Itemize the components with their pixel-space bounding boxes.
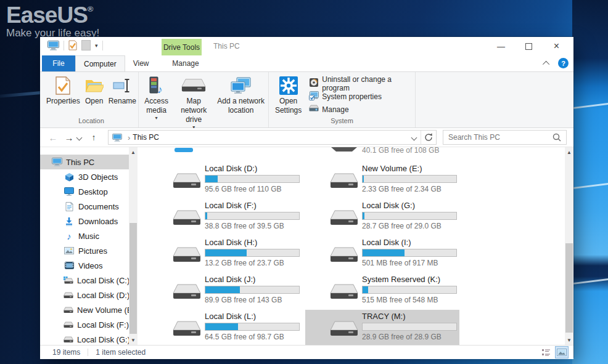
uninstall-disc-icon	[309, 78, 319, 89]
address-bar[interactable]: › This PC	[108, 130, 437, 145]
drive-tile-local-disk-l[interactable]: Local Disk (L:)64.5 GB free of 98.7 GB	[148, 310, 302, 345]
access-media-label: Access media	[141, 97, 171, 115]
recent-locations-dropdown-icon[interactable]	[77, 133, 86, 142]
refresh-icon[interactable]	[421, 133, 436, 142]
sidebar-item-this-pc[interactable]: This PC	[40, 155, 129, 169]
sidebar-item-downloads[interactable]: Downloads	[40, 214, 129, 229]
ribbon: Properties Open Rename Location ♪ Access…	[40, 72, 573, 128]
hard-drive-icon	[173, 320, 201, 340]
tab-file[interactable]: File	[42, 55, 75, 71]
sidebar-item-local-disk-c[interactable]: Local Disk (C:)	[40, 273, 129, 288]
customize-qat-dropdown-icon[interactable]: ▾	[95, 42, 98, 49]
drive-tile-tracy-m[interactable]: TRACY (M:)28.9 GB free of 28.9 GB	[305, 310, 459, 345]
sidebar-scrollbar-thumb[interactable]	[129, 223, 137, 334]
drive-free-space: 501 MB free of 917 MB	[362, 259, 438, 267]
sidebar-item-music[interactable]: ♪Music	[40, 229, 129, 243]
add-network-location-label: Add a network location	[216, 97, 266, 115]
sidebar-item-label: Pictures	[78, 246, 107, 256]
up-button[interactable]: ↑	[86, 132, 102, 142]
content-scrollbar-thumb[interactable]	[565, 243, 573, 333]
rename-button[interactable]: Rename	[106, 75, 139, 107]
drive-tile-new-volume-e[interactable]: New Volume (E:)2.33 GB free of 2.34 GB	[305, 162, 459, 199]
sidebar-item-pictures[interactable]: Pictures	[40, 243, 129, 258]
drive-tile-local-disk-g[interactable]: Local Disk (G:)28.7 GB free of 29.0 GB	[305, 199, 459, 236]
ribbon-group-network: ♪ Access media▾ Map network drive▾ Add a…	[139, 72, 269, 127]
scroll-up-icon[interactable]: ▲	[565, 147, 573, 157]
system-properties-label: System properties	[322, 92, 382, 101]
search-input[interactable]	[443, 133, 553, 142]
file-list-area[interactable]: 40.1 GB free of 108 GB Local Disk (D:)95…	[138, 147, 565, 345]
maximize-button[interactable]	[515, 37, 543, 55]
sidebar-scrollbar[interactable]: ▲ ▼	[129, 147, 138, 345]
sidebar-item-label: Videos	[78, 261, 103, 270]
drive-icon	[64, 307, 73, 313]
minimize-button[interactable]: —	[487, 37, 515, 55]
sidebar-item-desktop[interactable]: Desktop	[40, 184, 129, 199]
properties-button[interactable]: Properties	[44, 75, 83, 107]
thumbnail-view-button[interactable]	[555, 346, 569, 358]
content-scrollbar[interactable]: ▲ ▼	[565, 147, 573, 345]
drive-tile-local-disk-i[interactable]: Local Disk (I:)501 MB free of 917 MB	[305, 236, 459, 273]
svg-text:♪: ♪	[157, 84, 163, 95]
sidebar-item-videos[interactable]: Videos	[40, 258, 129, 273]
sidebar-item-label: 3D Objects	[78, 172, 118, 182]
sidebar-item-local-disk-d[interactable]: Local Disk (D:)	[40, 288, 129, 302]
forward-button[interactable]: →	[61, 132, 77, 143]
scroll-down-icon[interactable]: ▼	[565, 335, 573, 345]
tab-computer[interactable]: Computer	[75, 55, 125, 71]
drive-name: Local Disk (L:)	[205, 312, 256, 321]
drive-name: Local Disk (J:)	[205, 275, 255, 284]
sidebar-item-local-disk-f[interactable]: Local Disk (F:)	[40, 317, 129, 332]
tab-manage[interactable]: Manage	[165, 55, 205, 71]
map-network-drive-button[interactable]: Map network drive▾	[174, 75, 213, 132]
sidebar-item-documents[interactable]: Documents	[40, 199, 129, 214]
drive-capacity-bar	[362, 249, 457, 257]
drive-tools-contextual-tab[interactable]: Drive Tools	[162, 39, 202, 55]
scroll-up-icon[interactable]: ▲	[129, 147, 138, 157]
drive-free-space: 2.33 GB free of 2.34 GB	[362, 185, 442, 193]
hard-drive-icon	[173, 246, 201, 266]
help-button[interactable]: ?	[558, 58, 569, 68]
sidebar-item-new-volume-e[interactable]: New Volume (E:)	[40, 302, 129, 317]
access-media-button[interactable]: ♪ Access media▾	[139, 75, 174, 123]
document-icon	[64, 202, 75, 211]
quick-access-toolbar: ▾	[47, 40, 103, 51]
system-properties-button[interactable]: System properties	[309, 91, 415, 102]
sidebar-item-label: This PC	[66, 158, 94, 167]
hard-drive-icon	[330, 320, 358, 340]
drive-tile-local-disk-h[interactable]: Local Disk (H:)13.2 GB free of 23.7 GB	[148, 236, 302, 273]
sidebar-item-local-disk-g[interactable]: Local Disk (G:)	[40, 332, 129, 345]
properties-qat-icon[interactable]	[68, 40, 77, 51]
window-body: This PC3D ObjectsDesktopDocumentsDownloa…	[40, 147, 573, 345]
back-button[interactable]: ←	[45, 132, 61, 143]
tab-view[interactable]: View	[125, 55, 157, 71]
ribbon-tab-row: File Computer View Manage ?	[40, 55, 573, 72]
new-folder-qat-icon[interactable]	[81, 40, 91, 51]
search-box[interactable]	[443, 130, 567, 145]
drive-tile-local-disk-f[interactable]: Local Disk (F:)38.8 GB free of 39.5 GB	[148, 199, 302, 236]
drive-tile-system-reserved-k[interactable]: System Reserved (K:)515 MB free of 548 M…	[305, 273, 459, 310]
partial-videos-icon	[175, 148, 193, 152]
breadcrumb-this-pc[interactable]: This PC	[133, 133, 159, 142]
drive-tile-local-disk-j[interactable]: Local Disk (J:)89.9 GB free of 143 GB	[148, 273, 302, 310]
open-settings-button[interactable]: Open Settings	[271, 75, 305, 116]
hard-drive-icon	[330, 283, 358, 303]
window-controls: — ×	[487, 37, 570, 55]
group-label-location: Location	[44, 117, 138, 127]
address-dropdown-icon[interactable]	[407, 131, 421, 144]
this-pc-icon	[112, 134, 122, 142]
settings-gear-icon	[279, 76, 298, 95]
scroll-down-icon[interactable]: ▼	[129, 335, 138, 345]
manage-button[interactable]: Manage	[309, 104, 415, 115]
add-network-location-button[interactable]: Add a network location	[213, 75, 268, 116]
system-menu-icon[interactable]	[47, 41, 59, 51]
drive-tile-local-disk-d[interactable]: Local Disk (D:)95.6 GB free of 110 GB	[148, 162, 302, 199]
ribbon-group-location: Properties Open Rename Location	[44, 72, 139, 127]
close-button[interactable]: ×	[543, 37, 570, 55]
details-view-button[interactable]	[540, 347, 553, 358]
sidebar-item-3d-objects[interactable]: 3D Objects	[40, 169, 129, 184]
uninstall-program-button[interactable]: Uninstall or change a program	[309, 78, 415, 89]
open-button[interactable]: Open	[83, 75, 106, 107]
rename-label: Rename	[109, 97, 136, 106]
status-bar: 19 items 1 item selected	[40, 345, 573, 359]
